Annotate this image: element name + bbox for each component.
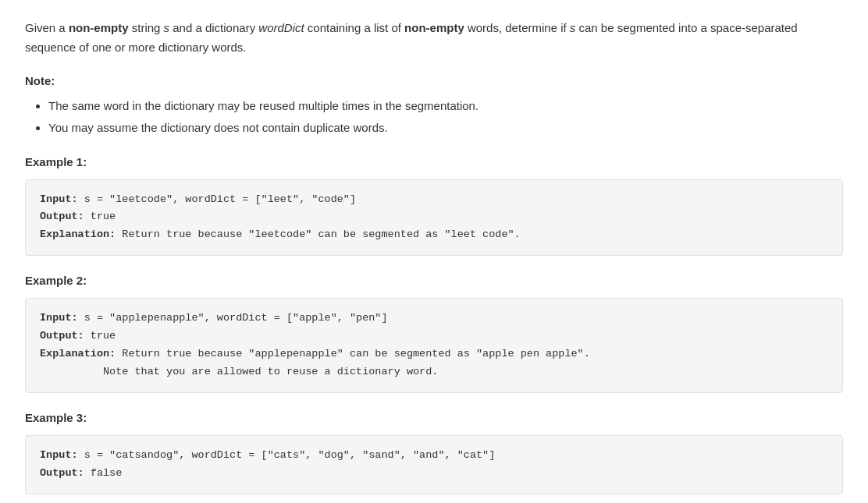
example-2-section: Example 2: Input: s = "applepenapple", w…	[25, 271, 843, 393]
example-3-section: Example 3: Input: s = "catsandog", wordD…	[25, 409, 843, 494]
example-1-section: Example 1: Input: s = "leetcode", wordDi…	[25, 153, 843, 257]
note-section: Note: The same word in the dictionary ma…	[25, 72, 843, 137]
example-2-output-label: Output:	[40, 330, 84, 342]
note-title: Note:	[25, 72, 843, 90]
example-2-code: Input: s = "applepenapple", wordDict = […	[25, 298, 843, 393]
example-1-input-label: Input:	[40, 193, 78, 205]
example-3-output-value: false	[84, 467, 123, 479]
note-item-2: You may assume the dictionary does not c…	[48, 119, 843, 137]
worddict-italic: wordDict	[258, 21, 304, 34]
example-1-output-label: Output:	[40, 211, 84, 222]
note-item-1: The same word in the dictionary may be r…	[48, 97, 843, 115]
example-2-title: Example 2:	[25, 271, 843, 290]
example-3-output-label: Output:	[40, 467, 84, 479]
problem-description: Given a non-empty string s and a diction…	[25, 19, 843, 494]
s-italic-2: s	[570, 21, 576, 34]
note-list: The same word in the dictionary may be r…	[25, 97, 843, 137]
example-3-title: Example 3:	[25, 409, 843, 427]
example-1-explanation-value: Return true because "leetcode" can be se…	[116, 228, 520, 240]
example-1-code: Input: s = "leetcode", wordDict = ["leet…	[25, 179, 843, 257]
example-1-input-value: s = "leetcode", wordDict = ["leet", "cod…	[78, 193, 356, 205]
example-3-code: Input: s = "catsandog", wordDict = ["cat…	[25, 435, 843, 494]
example-2-explanation-line2: Note that you are allowed to reuse a dic…	[40, 366, 438, 377]
example-2-explanation-label: Explanation:	[40, 348, 116, 360]
non-empty-bold-2: non-empty	[404, 21, 464, 34]
example-2-input-value: s = "applepenapple", wordDict = ["apple"…	[78, 312, 388, 324]
non-empty-bold-1: non-empty	[69, 21, 129, 34]
example-3-input-label: Input:	[40, 449, 78, 461]
example-2-explanation-line1: Return true because "applepenapple" can …	[116, 348, 590, 360]
example-2-output-value: true	[84, 330, 116, 342]
intro-paragraph: Given a non-empty string s and a diction…	[25, 19, 843, 58]
example-1-explanation-label: Explanation:	[40, 228, 116, 240]
s-italic-1: s	[164, 21, 170, 34]
example-1-title: Example 1:	[25, 153, 843, 172]
example-2-input-label: Input:	[40, 312, 78, 324]
example-1-output-value: true	[84, 211, 116, 222]
example-3-input-value: s = "catsandog", wordDict = ["cats", "do…	[78, 449, 496, 461]
